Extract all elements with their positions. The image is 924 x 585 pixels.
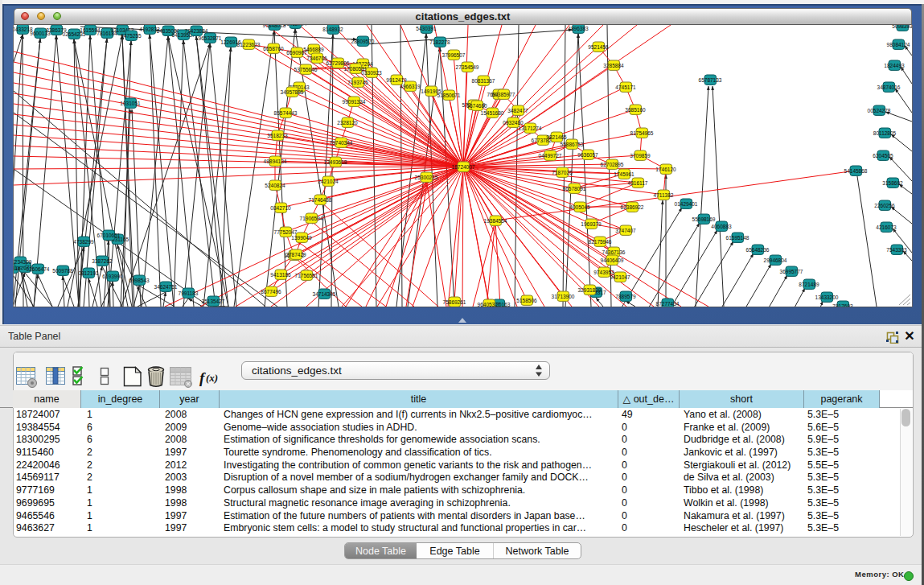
svg-text:1399049: 1399049 — [291, 235, 312, 241]
svg-text:7543303: 7543303 — [886, 247, 907, 253]
svg-text:8721489: 8721489 — [799, 282, 819, 287]
svg-text:29946804: 29946804 — [764, 257, 787, 263]
svg-text:0932480: 0932480 — [503, 120, 524, 126]
svg-text:62702895: 62702895 — [601, 162, 624, 167]
svg-text:96532871: 96532871 — [199, 35, 222, 41]
svg-text:9413186: 9413186 — [270, 272, 291, 278]
svg-text:99091334: 99091334 — [343, 99, 366, 105]
svg-text:7193745: 7193745 — [347, 80, 368, 85]
svg-text:19384554: 19384554 — [484, 218, 507, 224]
svg-text:87277434: 87277434 — [656, 301, 680, 307]
svg-text:54145868: 54145868 — [844, 168, 868, 174]
svg-text:60385977: 60385977 — [492, 92, 515, 97]
svg-text:34714345: 34714345 — [313, 291, 336, 297]
svg-text:61595148: 61595148 — [726, 235, 749, 241]
svg-text:55886753: 55886753 — [561, 142, 584, 147]
svg-text:7187026: 7187026 — [552, 170, 573, 175]
svg-text:5098393: 5098393 — [892, 25, 912, 29]
svg-text:5430391: 5430391 — [416, 26, 437, 31]
svg-text:94406409: 94406409 — [601, 257, 624, 263]
svg-text:02606474: 02606474 — [27, 266, 50, 272]
svg-text:79740344: 79740344 — [330, 140, 353, 146]
svg-text:01429401: 01429401 — [675, 201, 698, 207]
svg-text:4060883: 4060883 — [711, 224, 732, 229]
svg-text:00524278: 00524278 — [868, 108, 891, 113]
svg-text:7889579: 7889579 — [615, 294, 636, 299]
svg-text:7917693: 7917693 — [832, 303, 853, 307]
svg-text:97848018: 97848018 — [263, 25, 286, 28]
svg-text:65648236: 65648236 — [746, 247, 770, 253]
svg-text:7991183: 7991183 — [179, 290, 199, 296]
svg-text:34957885: 34957885 — [281, 89, 304, 95]
svg-text:13433200: 13433200 — [815, 295, 839, 300]
svg-text:34624751: 34624751 — [154, 284, 178, 290]
svg-text:49894134: 49894134 — [264, 159, 287, 164]
svg-text:1745961: 1745961 — [614, 171, 634, 177]
svg-text:5009788: 5009788 — [52, 268, 73, 274]
svg-text:5240824: 5240824 — [265, 183, 285, 188]
svg-text:2421024: 2421024 — [318, 179, 339, 184]
svg-text:2260256: 2260256 — [874, 203, 895, 208]
svg-text:18724007: 18724007 — [452, 164, 475, 170]
svg-text:f: f — [199, 369, 206, 386]
svg-text:4896383: 4896383 — [568, 26, 589, 31]
svg-text:67010651: 67010651 — [97, 233, 121, 238]
svg-text:4005045: 4005045 — [569, 204, 590, 210]
svg-text:4316117: 4316117 — [628, 180, 648, 186]
svg-text:81223623: 81223623 — [237, 42, 261, 47]
svg-text:53755646: 53755646 — [294, 67, 318, 72]
svg-text:3709859: 3709859 — [630, 153, 651, 159]
svg-text:25300215: 25300215 — [415, 175, 438, 180]
svg-text:04499727: 04499727 — [539, 153, 562, 159]
svg-text:7346706: 7346706 — [306, 56, 327, 61]
svg-text:62386922: 62386922 — [621, 204, 644, 210]
svg-text:4745171: 4745171 — [615, 84, 636, 90]
svg-text:3482477: 3482477 — [507, 108, 528, 113]
svg-text:8677496: 8677496 — [261, 289, 281, 295]
svg-text:31713900: 31713900 — [552, 294, 575, 299]
svg-text:37996507: 37996507 — [442, 52, 466, 58]
svg-text:2328120: 2328120 — [337, 120, 358, 126]
svg-text:71746488: 71746488 — [309, 197, 332, 203]
svg-text:80831367: 80831367 — [472, 78, 495, 84]
svg-text:9521456: 9521456 — [588, 44, 609, 50]
svg-text:96405377: 96405377 — [478, 302, 501, 307]
svg-text:9912419: 9912419 — [386, 77, 407, 83]
svg-text:98084124: 98084124 — [887, 42, 910, 47]
svg-text:4738299: 4738299 — [73, 239, 94, 245]
svg-text:62729806: 62729806 — [326, 60, 350, 66]
svg-text:85574443: 85574443 — [274, 110, 298, 116]
svg-text:71756551: 71756551 — [295, 273, 318, 278]
svg-text:80112805: 80112805 — [873, 130, 897, 136]
svg-text:36995777: 36995777 — [780, 269, 803, 274]
svg-text:1031051: 1031051 — [120, 101, 141, 106]
svg-text:6193990: 6193990 — [102, 274, 123, 279]
svg-text:5674680: 5674680 — [466, 103, 487, 109]
svg-text:86578091: 86578091 — [563, 186, 586, 192]
svg-text:72423884: 72423884 — [185, 28, 208, 34]
svg-text:9421047: 9421047 — [610, 274, 630, 280]
svg-text:9636057: 9636057 — [577, 152, 598, 158]
svg-text:77752047: 77752047 — [274, 229, 298, 235]
svg-text:51462704: 51462704 — [284, 25, 307, 27]
svg-text:25135427: 25135427 — [202, 299, 225, 304]
svg-text:5158506: 5158506 — [516, 298, 537, 303]
svg-text:0812191: 0812191 — [78, 270, 99, 276]
svg-text:71906594: 71906594 — [300, 216, 323, 221]
svg-text:74367136: 74367136 — [602, 249, 626, 255]
svg-text:82175946: 82175946 — [589, 239, 612, 245]
svg-text:3285884: 3285884 — [603, 63, 624, 68]
svg-text:6998543: 6998543 — [129, 278, 150, 283]
svg-text:0842710: 0842710 — [270, 205, 291, 211]
svg-text:9821465: 9821465 — [546, 134, 567, 140]
svg-text:0330923: 0330923 — [361, 70, 382, 76]
svg-text:6475255: 6475255 — [121, 33, 142, 39]
svg-text:51850671: 51850671 — [437, 93, 461, 98]
svg-text:4216073: 4216073 — [876, 225, 897, 230]
svg-text:1824493: 1824493 — [884, 63, 905, 68]
svg-text:5466889: 5466889 — [303, 47, 324, 52]
svg-text:3747407: 3747407 — [615, 228, 636, 233]
svg-text:75869261: 75869261 — [443, 299, 466, 305]
svg-text:1969379: 1969379 — [581, 221, 602, 227]
svg-text:1746120: 1746120 — [655, 167, 676, 172]
